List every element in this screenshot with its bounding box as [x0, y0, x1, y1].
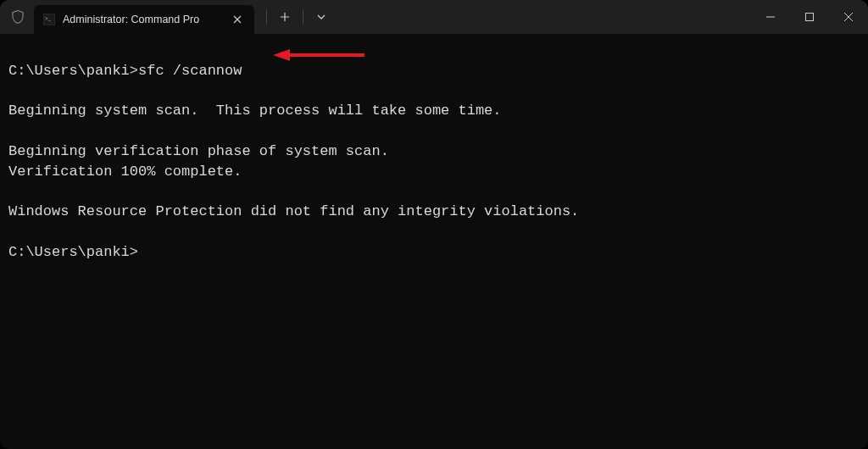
output-line: Windows Resource Protection did not find…	[8, 203, 579, 219]
svg-text:>_: >_	[45, 16, 51, 21]
svg-rect-2	[806, 14, 814, 21]
window-controls	[751, 0, 868, 34]
close-tab-button[interactable]	[229, 11, 246, 28]
prompt: C:\Users\panki>	[8, 244, 138, 260]
separator	[266, 9, 267, 25]
entered-command: sfc /scannow	[138, 63, 242, 79]
tabs-dropdown-button[interactable]	[307, 4, 336, 30]
terminal-output[interactable]: C:\Users\panki>sfc /scannow Beginning sy…	[0, 34, 868, 449]
arrow-annotation-icon	[273, 46, 366, 64]
cmd-icon: >_	[42, 13, 56, 26]
separator	[303, 9, 303, 25]
prompt: C:\Users\panki>	[8, 63, 138, 79]
output-line: Beginning verification phase of system s…	[8, 143, 389, 159]
tab-controls	[263, 4, 336, 30]
terminal-window: >_ Administrator: Command Pro	[0, 0, 868, 449]
titlebar: >_ Administrator: Command Pro	[0, 0, 868, 34]
output-line: Verification 100% complete.	[8, 164, 242, 180]
app-shield-icon	[8, 8, 27, 26]
active-tab[interactable]: >_ Administrator: Command Pro	[34, 5, 254, 34]
tab-title: Administrator: Command Pro	[63, 14, 224, 25]
minimize-button[interactable]	[751, 0, 790, 34]
close-button[interactable]	[829, 0, 868, 34]
svg-marker-4	[273, 49, 290, 61]
new-tab-button[interactable]	[270, 4, 299, 30]
output-line: Beginning system scan. This process will…	[8, 103, 502, 119]
maximize-button[interactable]	[790, 0, 829, 34]
